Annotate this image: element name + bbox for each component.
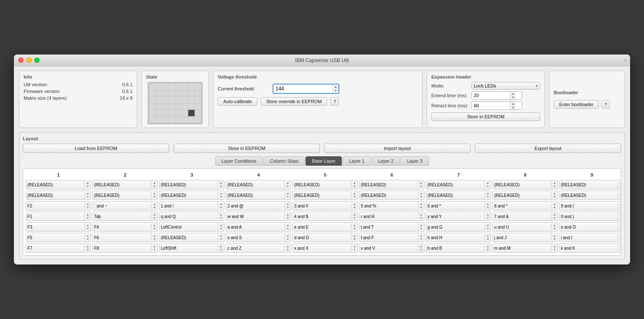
key-select-r5-c4[interactable]: d and D (293, 235, 351, 240)
key-select-r5-c6[interactable]: h and H (426, 235, 484, 240)
key-spin-up[interactable]: ▲ (352, 234, 357, 237)
key-spin-down[interactable]: ▼ (552, 237, 557, 241)
key-spin-up[interactable]: ▲ (552, 202, 557, 206)
key-spin-down[interactable]: ▼ (418, 206, 424, 209)
key-spin-up[interactable]: ▲ (218, 181, 224, 185)
key-spin-up[interactable]: ▲ (552, 181, 557, 185)
key-select-r3-c2[interactable]: q and Q (160, 214, 218, 219)
extend-spin-down[interactable]: ▼ (510, 95, 516, 99)
key-spin-down[interactable]: ▼ (418, 237, 424, 241)
key-spin-up[interactable]: ▲ (152, 245, 157, 248)
key-spin-down[interactable]: ▼ (152, 237, 157, 241)
key-spin-down[interactable]: ▼ (552, 227, 557, 230)
key-select-r5-c7[interactable]: j and J (493, 235, 551, 240)
key-select-r0-c0[interactable]: (RELEASED) (26, 182, 84, 188)
key-spin-up[interactable]: ▲ (418, 234, 424, 237)
key-spin-up[interactable]: ▲ (485, 192, 491, 195)
key-select-r5-c0[interactable]: F5 (26, 235, 84, 240)
key-spin-down[interactable]: ▼ (485, 227, 491, 230)
key-select-r4-c2[interactable]: LeftControl (160, 224, 218, 230)
key-spin-up[interactable]: ▲ (618, 213, 621, 216)
load-eeprom-button[interactable]: Load from EEPROM (23, 144, 169, 153)
key-select-r6-c1[interactable]: F8 (93, 245, 151, 251)
key-spin-down[interactable]: ▼ (485, 206, 491, 209)
key-spin-up[interactable]: ▲ (485, 245, 491, 248)
key-spin-down[interactable]: ▼ (418, 248, 424, 251)
tab-layer-1[interactable]: Layer 1 (343, 156, 371, 166)
key-spin-up[interactable]: ▲ (285, 192, 291, 195)
key-spin-down[interactable]: ▼ (418, 227, 424, 230)
key-select-r6-c3[interactable]: z and Z (226, 245, 284, 251)
key-select-r1-c1[interactable]: (RELEASED) (93, 193, 151, 198)
key-select-r6-c2[interactable]: LeftShift (160, 245, 218, 251)
key-select-r2-c6[interactable]: 6 and ^ (426, 203, 484, 209)
key-spin-up[interactable]: ▲ (85, 224, 91, 227)
key-spin-down[interactable]: ▼ (352, 237, 357, 241)
key-select-r2-c2[interactable]: 1 and ! (160, 203, 218, 209)
key-select-r1-c3[interactable]: (RELEASED) (226, 193, 284, 198)
key-select-r4-c5[interactable]: t and T (360, 224, 418, 230)
key-spin-down[interactable]: ▼ (152, 206, 157, 209)
key-spin-down[interactable]: ▼ (152, 227, 157, 230)
key-spin-up[interactable]: ▲ (485, 202, 491, 206)
key-spin-down[interactable]: ▼ (218, 248, 224, 251)
key-select-r4-c4[interactable]: e and E (293, 224, 351, 230)
key-spin-down[interactable]: ▼ (618, 227, 621, 230)
key-spin-down[interactable]: ▼ (218, 237, 224, 241)
tab-column-skips[interactable]: Column Skips (263, 156, 305, 166)
key-spin-up[interactable]: ▲ (418, 181, 424, 185)
voltage-help-button[interactable]: ? (330, 97, 339, 106)
key-select-r6-c8[interactable]: k and K (560, 245, 618, 251)
enter-bootloader-button[interactable]: Enter bootloader (554, 100, 599, 109)
key-select-r0-c5[interactable]: (RELEASED) (360, 182, 418, 188)
resize-icon[interactable]: ⇲ (623, 58, 627, 63)
key-spin-down[interactable]: ▼ (485, 185, 491, 188)
key-spin-down[interactable]: ▼ (352, 185, 357, 188)
import-layout-button[interactable]: Import layout (324, 144, 471, 153)
key-spin-down[interactable]: ▼ (552, 206, 557, 209)
key-spin-down[interactable]: ▼ (85, 206, 91, 209)
key-spin-up[interactable]: ▲ (85, 202, 91, 206)
key-spin-up[interactable]: ▲ (552, 213, 557, 216)
key-spin-up[interactable]: ▲ (418, 202, 424, 206)
key-spin-up[interactable]: ▲ (85, 234, 91, 237)
key-spin-down[interactable]: ▼ (85, 248, 91, 251)
tab-base-layer[interactable]: Base Layer (306, 156, 342, 166)
key-spin-down[interactable]: ▼ (552, 248, 557, 251)
extend-time-input[interactable] (472, 92, 510, 99)
key-spin-down[interactable]: ▼ (218, 195, 224, 199)
key-select-r2-c4[interactable]: 3 and # (293, 203, 351, 209)
key-spin-up[interactable]: ▲ (485, 224, 491, 227)
voltage-spin-up[interactable]: ▲ (333, 85, 338, 89)
key-spin-down[interactable]: ▼ (85, 216, 91, 220)
key-select-r1-c4[interactable]: (RELEASED) (293, 193, 351, 198)
key-spin-up[interactable]: ▲ (285, 224, 291, 227)
key-select-r1-c0[interactable]: (RELEASED) (26, 193, 84, 198)
key-select-r0-c6[interactable]: (RELEASED) (426, 182, 484, 188)
key-spin-up[interactable]: ▲ (152, 234, 157, 237)
key-spin-up[interactable]: ▲ (485, 181, 491, 185)
key-spin-up[interactable]: ▲ (552, 192, 557, 195)
retract-time-input[interactable] (472, 102, 510, 109)
key-select-r0-c2[interactable]: (RELEASED) (160, 182, 218, 188)
key-spin-down[interactable]: ▼ (352, 195, 357, 199)
key-select-r1-c5[interactable]: (RELEASED) (360, 193, 418, 198)
key-select-r3-c5[interactable]: r and R (360, 214, 418, 219)
retract-spin-down[interactable]: ▼ (510, 106, 516, 109)
key-spin-up[interactable]: ▲ (285, 202, 291, 206)
key-select-r5-c8[interactable]: i and I (560, 235, 618, 240)
voltage-spin-down[interactable]: ▼ (333, 89, 338, 93)
key-spin-up[interactable]: ▲ (552, 245, 557, 248)
key-spin-up[interactable]: ▲ (352, 192, 357, 195)
key-select-r3-c7[interactable]: 7 and & (493, 214, 551, 219)
key-spin-up[interactable]: ▲ (418, 192, 424, 195)
key-select-r4-c6[interactable]: g and G (426, 224, 484, 230)
key-select-r5-c2[interactable]: (RELEASED) (160, 235, 218, 240)
retract-spin-up[interactable]: ▲ (510, 102, 516, 106)
key-select-r0-c4[interactable]: (RELEASED) (293, 182, 351, 188)
auto-calibrate-button[interactable]: Auto-calibrate (218, 97, 257, 106)
store-eeprom-button[interactable]: Store in EEPROM (173, 144, 320, 153)
key-spin-up[interactable]: ▲ (285, 245, 291, 248)
key-select-r1-c8[interactable]: (RELEASED) (560, 193, 618, 198)
key-select-r6-c0[interactable]: F7 (26, 245, 84, 251)
